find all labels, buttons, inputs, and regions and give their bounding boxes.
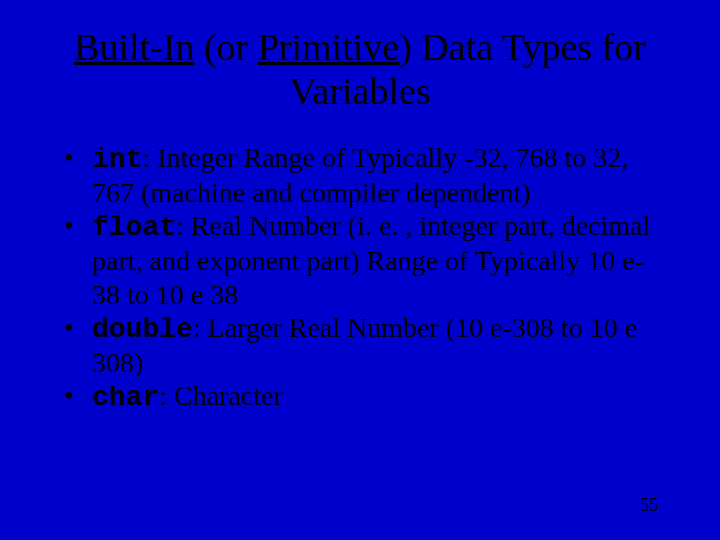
keyword-double: double [92,314,193,345]
list-item: • int: Integer Range of Typically -32, 7… [62,141,658,209]
bullet-dot: • [62,311,92,379]
int-description: : Integer Range of Typically -32, 768 to… [92,142,628,208]
title-text-2: (or [194,26,257,68]
bullet-list: • int: Integer Range of Typically -32, 7… [0,113,720,413]
list-item-body: double: Larger Real Number (10 e-308 to … [92,311,658,379]
float-description: : Real Number (i. e. , integer part, dec… [92,210,650,309]
keyword-char: char [92,382,159,413]
keyword-int: int [92,144,142,175]
list-item-body: char: Character [92,379,658,414]
title-underline-3: Primitive [258,26,399,68]
slide-title: Built-In (or Primitive) Data Types for V… [0,0,720,113]
bullet-dot: • [62,379,92,414]
bullet-dot: • [62,141,92,209]
page-number: 55 [640,495,658,516]
bullet-dot: • [62,209,92,310]
keyword-float: float [92,212,176,243]
title-underline-1: Built-In [74,26,194,68]
char-description: : Character [159,380,283,411]
list-item: • char: Character [62,379,658,414]
list-item-body: int: Integer Range of Typically -32, 768… [92,141,658,209]
list-item-body: float: Real Number (i. e. , integer part… [92,209,658,310]
list-item: • double: Larger Real Number (10 e-308 t… [62,311,658,379]
list-item: • float: Real Number (i. e. , integer pa… [62,209,658,310]
